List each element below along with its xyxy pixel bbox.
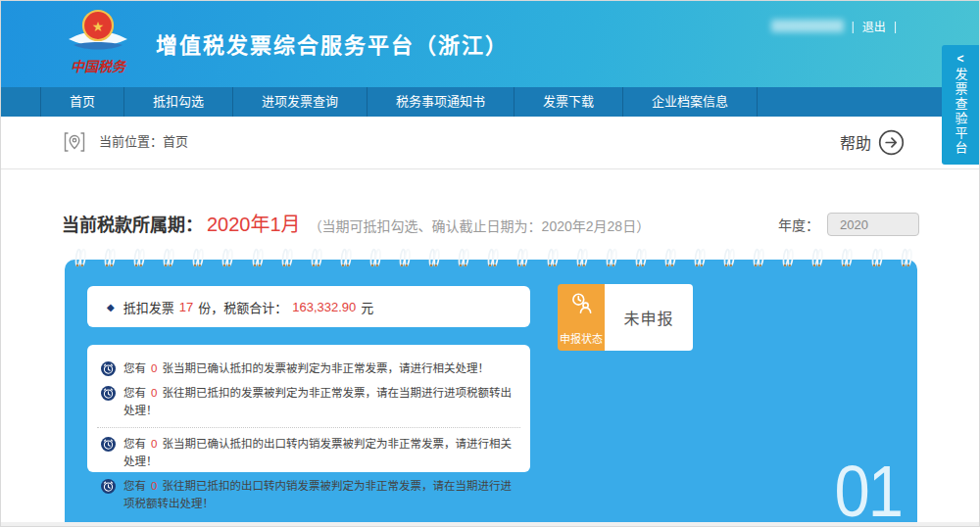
binding-coil-icon <box>487 247 499 268</box>
app-header: ★ 中国税务 增值税发票综合服务平台（浙江） | 退出 | <box>1 1 980 87</box>
binding-coil-icon <box>133 247 145 268</box>
year-selector-row: 年度： <box>778 213 919 236</box>
binding-coil-icon <box>811 247 823 268</box>
binding-coil-icon <box>576 247 588 268</box>
user-area: | 退出 | <box>771 18 897 34</box>
nav-item-home[interactable]: 首页 <box>40 87 124 117</box>
separator: | <box>852 20 855 33</box>
binding-coil-icon <box>901 247 912 268</box>
summary-panel: ◆ 抵扣发票 17 份，税额合计： 163,332.90 元 <box>65 260 917 525</box>
binding-coil-icon <box>369 247 381 268</box>
status-value: 未申报 <box>605 284 693 351</box>
diamond-bullet-icon: ◆ <box>107 302 115 312</box>
help-button[interactable]: 帮助 <box>840 117 905 168</box>
year-input[interactable] <box>827 213 919 236</box>
period-note: （当期可抵扣勾选、确认截止日期为：2020年2月28日） <box>309 216 651 235</box>
notice-item: 您有0张往期已抵扣的出口转内销发票被判定为非正常发票，请在当期进行进项税额转出处… <box>97 478 520 513</box>
breadcrumb: 当前位置：首页 <box>99 117 188 168</box>
period-label: 当前税款所属期： <box>62 211 203 236</box>
alarm-clock-icon <box>101 386 116 401</box>
binding-coil-icon <box>635 247 647 268</box>
notice-count: 0 <box>151 438 157 450</box>
nav-item-deduction-check[interactable]: 抵扣勾选 <box>124 87 233 117</box>
page-title: 增值税发票综合服务平台（浙江） <box>156 27 509 59</box>
binding-coil-icon <box>606 247 617 268</box>
china-taxation-logo-icon: ★ 中国税务 <box>56 5 140 81</box>
binding-coil-icon <box>694 247 706 268</box>
binding-coil-icon <box>163 247 174 268</box>
logout-button[interactable]: 退出 <box>862 18 886 34</box>
alarm-clock-icon <box>101 437 116 452</box>
summary-label-1: 抵扣发票 <box>123 298 174 316</box>
person-clock-icon <box>568 291 594 316</box>
vat-invoice-platform-page: ★ 中国税务 增值税发票综合服务平台（浙江） | 退出 | 首页 抵扣勾选 进项… <box>0 0 980 527</box>
nav-item-enterprise-archive[interactable]: 企业档案信息 <box>623 87 758 117</box>
location-pin-icon <box>62 129 87 155</box>
period-value: 2020年1月 <box>207 209 301 237</box>
year-label: 年度： <box>778 215 819 234</box>
notices-card: 您有0张当期已确认抵扣的发票被判定为非正常发票，请进行相关处理！ 您有0张往期已… <box>87 345 530 472</box>
notice-count: 0 <box>151 387 157 399</box>
binding-coil-icon <box>871 247 883 268</box>
separator: | <box>894 20 897 33</box>
binding-coil-icon <box>399 247 411 268</box>
chevron-left-icon: < <box>956 52 963 66</box>
binding-coil-icon <box>753 247 764 268</box>
alarm-clock-icon <box>101 479 116 494</box>
tax-period-row: 当前税款所属期： 2020年1月 （当期可抵扣勾选、确认截止日期为：2020年2… <box>62 209 650 237</box>
status-badge-label: 申报状态 <box>560 330 603 346</box>
svg-text:★: ★ <box>92 19 105 34</box>
binding-coil-icon <box>723 247 735 268</box>
binding-coil-icon <box>841 247 853 268</box>
notice-count: 0 <box>151 480 157 492</box>
binding-coil-icon <box>221 247 233 268</box>
notice-item: 您有0张往期已抵扣的发票被判定为非正常发票，请在当期进行进项税额转出处理！ <box>97 385 520 420</box>
binding-coil-icon <box>281 247 293 268</box>
binding-coil-icon <box>74 247 86 268</box>
binding-coil-icon <box>252 247 264 268</box>
breadcrumb-row: 当前位置：首页 帮助 <box>1 117 980 168</box>
binding-coil-icon <box>104 247 116 268</box>
main-content: 当前税款所属期： 2020年1月 （当期可抵扣勾选、确认截止日期为：2020年2… <box>1 168 980 527</box>
invoice-verification-tab[interactable]: < 发票查验平台 <box>942 45 979 165</box>
nav-item-input-invoice-query[interactable]: 进项发票查询 <box>233 87 368 117</box>
logo-text: 中国税务 <box>71 59 127 74</box>
binding-coil-icon <box>547 247 559 268</box>
dotted-divider <box>97 427 520 428</box>
binding-coil-icon <box>458 247 469 268</box>
binding-coil-icon <box>516 247 528 268</box>
nav-item-tax-notice[interactable]: 税务事项通知书 <box>368 87 514 117</box>
status-badge: 申报状态 <box>558 284 605 351</box>
notice-count: 0 <box>151 362 157 374</box>
binding-coil-icon <box>340 247 352 268</box>
notice-item: 您有0张当期已确认抵扣的出口转内销发票被判定为非正常发票，请进行相关处理！ <box>97 436 520 471</box>
arrow-right-circle-icon <box>878 129 905 156</box>
binding-coil-icon <box>664 247 676 268</box>
binding-coil-icon <box>192 247 204 268</box>
notice-item: 您有0张当期已确认抵扣的发票被判定为非正常发票，请进行相关处理！ <box>97 360 520 378</box>
help-label: 帮助 <box>840 130 871 154</box>
nav-item-invoice-download[interactable]: 发票下载 <box>514 87 623 117</box>
summary-label-3: 元 <box>361 298 373 316</box>
binding-coil-icon <box>428 247 440 268</box>
summary-label-2: 份，税额合计： <box>198 298 287 316</box>
panel-page-number: 01 <box>834 458 902 525</box>
binding-coil-icon <box>782 247 794 268</box>
declaration-status-widget: 申报状态 未申报 <box>558 284 693 351</box>
tax-amount: 163,332.90 <box>292 300 356 314</box>
invoice-count: 17 <box>179 300 193 314</box>
main-nav: 首页 抵扣勾选 进项发票查询 税务事项通知书 发票下载 企业档案信息 <box>1 87 980 117</box>
page-bottom-strip <box>1 522 980 526</box>
binding-coil-icon <box>311 247 322 268</box>
side-tab-label: 发票查验平台 <box>952 68 970 156</box>
alarm-clock-icon <box>101 361 116 376</box>
spiral-binding <box>74 247 912 268</box>
deduction-summary-card: ◆ 抵扣发票 17 份，税额合计： 163,332.90 元 <box>87 286 530 327</box>
username-redacted <box>771 20 844 32</box>
